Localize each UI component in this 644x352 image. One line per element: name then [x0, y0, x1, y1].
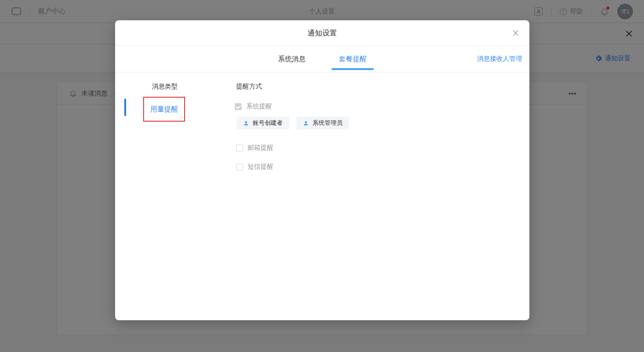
modal-body: 消息类型 提醒方式 用量提醒 系统提醒 账号创建者 [115, 72, 529, 320]
tag-system-admin: 系统管理员 [296, 117, 349, 129]
message-type-usage-reminder[interactable]: 用量提醒 [151, 105, 178, 114]
recipient-tags: 账号创建者 系统管理员 [237, 117, 349, 129]
option-sms-reminder: 短信提醒 [236, 163, 273, 171]
modal-header: 通知设置 × [115, 20, 529, 46]
active-item-indicator [124, 99, 126, 116]
sms-reminder-checkbox[interactable] [236, 164, 243, 170]
email-reminder-label[interactable]: 邮箱提醒 [248, 144, 273, 152]
option-system-reminder: 系统提醒 [235, 102, 272, 111]
screen: 账户中心 个人设置 A ? 帮助 谭1 × [0, 0, 644, 352]
sms-reminder-label[interactable]: 短信提醒 [248, 163, 273, 171]
modal-close-icon[interactable]: × [512, 27, 519, 39]
message-type-header: 消息类型 [152, 82, 178, 91]
tab-system-messages[interactable]: 系统消息 [271, 46, 313, 72]
system-reminder-checkbox [235, 103, 242, 110]
annotation-box: 用量提醒 [143, 97, 185, 122]
modal-title: 通知设置 [115, 28, 529, 38]
tab-package-reminder[interactable]: 套餐提醒 [331, 46, 374, 72]
system-reminder-label: 系统提醒 [246, 102, 272, 111]
email-reminder-checkbox[interactable] [236, 145, 243, 152]
tag-label: 系统管理员 [313, 119, 342, 127]
notification-settings-modal: 通知设置 × 系统消息 套餐提醒 消息接收人管理 消息类型 提醒方式 用量提醒 … [115, 20, 529, 320]
person-icon [243, 120, 249, 126]
recipients-management-link[interactable]: 消息接收人管理 [477, 55, 522, 63]
remind-method-header: 提醒方式 [236, 82, 262, 91]
option-email-reminder: 邮箱提醒 [236, 144, 273, 152]
tag-account-creator: 账号创建者 [237, 117, 289, 129]
modal-tab-bar: 系统消息 套餐提醒 消息接收人管理 [115, 46, 529, 72]
tag-label: 账号创建者 [253, 119, 283, 127]
person-icon [303, 120, 309, 126]
